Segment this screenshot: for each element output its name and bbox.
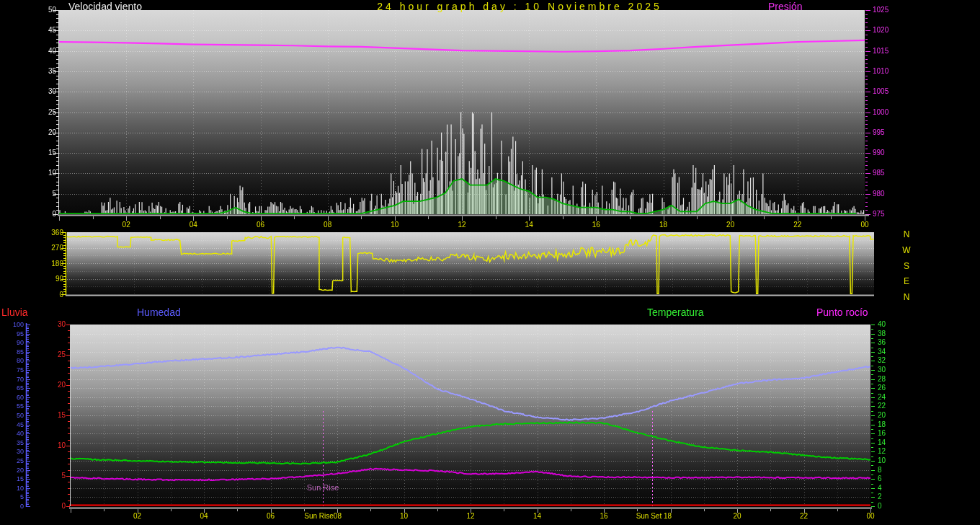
wind-x-hour-label: 14 [525,221,533,229]
rain-axis-label: 25 [58,351,66,358]
temperature-axis-label: 12 [878,448,886,455]
temperature-axis-label: 20 [878,412,886,419]
wind-x-hour-label: 08 [324,221,331,229]
wind-speed-axis-label: 25 [48,109,56,116]
wind-x-hour-label: 12 [458,221,466,229]
temperature-axis-label: 28 [878,376,886,383]
pressure-axis-label: 1015 [873,48,888,55]
bottom-x-hour-label: 00 [866,513,874,520]
humidity-axis-label: 90 [17,340,24,346]
wind-speed-axis-label: 15 [48,149,56,156]
temperature-axis-label: 4 [878,485,882,492]
wind-x-hour-label: 10 [391,221,398,229]
bottom-x-hour-label: 12 [466,513,474,520]
weather-graphs-canvas [0,0,980,525]
wind-x-hour-label: 20 [726,221,734,229]
humidity-axis-label: 20 [17,467,24,473]
temperature-axis-label: 16 [878,430,886,437]
humidity-axis-label: 85 [17,348,24,355]
humidity-axis-label: 95 [17,330,24,337]
wind-x-hour-label: 06 [257,221,264,229]
humidity-axis-label: 5 [20,494,24,500]
bottom-x-hour-label: 06 [267,513,275,520]
temperature-axis-label: 34 [878,348,886,356]
temperature-axis-label: 24 [878,394,886,401]
compass-label: S [904,262,909,270]
wind-speed-axis-label: 40 [48,48,56,55]
wind-x-hour-label: 22 [793,221,801,229]
wind-speed-axis-label: 35 [48,68,56,75]
bottom-x-hour-label: 16 [600,513,607,520]
wind-direction-axis-label: 0 [59,291,63,299]
humidity-axis-label: 35 [17,439,24,446]
sun-rise-annotation: Sun Rise [307,484,339,492]
wind-speed-axis-label: 30 [48,88,56,95]
pressure-axis-label: 1020 [873,27,888,34]
temperature-axis-label: 14 [878,439,886,446]
humidity-axis-label: 100 [13,322,24,328]
humidity-axis-label: 30 [17,449,24,455]
wind-direction-axis-label: 270 [51,244,63,252]
wind-direction-axis-label: 180 [51,260,63,268]
temperature-axis-label: 0 [878,503,882,510]
humidity-axis-label: 55 [17,403,24,410]
bottom-x-hour-label: Sun Set 18 [636,513,672,520]
temperature-axis-label: 8 [878,467,882,474]
temperature-axis-label: 40 [878,321,886,328]
bottom-x-hour-label: 02 [133,513,141,520]
pressure-axis-label: 1010 [873,68,888,75]
pressure-axis-label: 1025 [873,6,888,14]
humidity-axis-label: 15 [17,476,24,482]
compass-label: E [904,277,909,286]
graph-date-title: 24 hour graph day : 10 Noviembre 2025 [377,1,662,12]
humidity-axis-label: 75 [17,367,24,374]
humidity-axis-label: 10 [17,485,24,491]
rain-title: Lluvia [1,307,28,317]
temperature-axis-label: 26 [878,384,886,392]
rain-axis-label: 10 [58,442,66,449]
bottom-x-hour-label: Sun Rise08 [304,513,342,520]
wind-direction-axis-label: 90 [55,275,63,283]
pressure-axis-label: 995 [873,129,885,136]
temperature-axis-label: 38 [878,330,886,338]
humidity-axis-label: 60 [17,394,24,400]
temperature-axis-label: 36 [878,339,886,346]
humidity-axis-label: 70 [17,376,24,382]
compass-label: N [904,230,910,239]
pressure-axis-label: 990 [873,149,885,156]
pressure-title: Presión [768,1,802,12]
temperature-axis-label: 2 [878,493,882,500]
rain-axis-label: 20 [58,381,66,389]
bottom-x-hour-label: 20 [733,513,741,520]
humidity-axis-label: 65 [17,385,24,392]
temperature-axis-label: 22 [878,402,886,410]
humidity-title: Humedad [137,307,181,317]
rain-axis-label: 30 [58,321,66,328]
wind-direction-axis-label: 360 [51,229,63,237]
wind-x-hour-label: 02 [122,221,130,229]
wind-speed-axis-label: 20 [48,129,56,136]
bottom-x-hour-label: 22 [800,513,808,520]
pressure-axis-label: 985 [873,169,885,177]
temperature-axis-label: 6 [878,475,882,482]
temperature-axis-label: 10 [878,457,886,464]
wind-x-hour-label: 18 [659,221,667,229]
humidity-axis-label: 80 [17,358,24,364]
humidity-axis-label: 25 [17,458,24,464]
compass-label: W [902,246,910,255]
humidity-axis-label: 0 [20,503,24,510]
wind-speed-axis-label: 50 [48,6,56,14]
humidity-axis-label: 45 [17,421,24,428]
pressure-axis-label: 980 [873,190,885,198]
pressure-axis-label: 1000 [873,109,888,116]
pressure-axis-label: 1005 [873,88,888,95]
temperature-axis-label: 30 [878,366,886,374]
wind-x-hour-label: 00 [860,221,868,229]
wind-speed-axis-label: 10 [48,169,56,177]
rain-axis-label: 5 [61,472,66,480]
wind-speed-axis-label: 45 [48,27,56,34]
wind-speed-axis-label: 0 [52,211,56,218]
wind-x-hour-label: 04 [190,221,197,229]
humidity-axis-label: 40 [17,431,24,437]
temperature-axis-label: 32 [878,357,886,364]
